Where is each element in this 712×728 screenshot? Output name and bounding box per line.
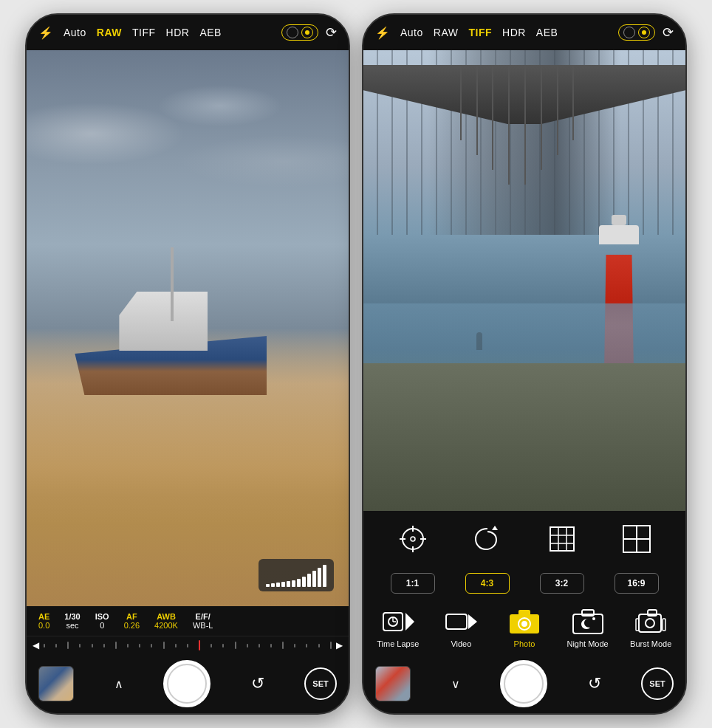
awb-value: 4200K	[154, 621, 178, 630]
right-tiff-btn[interactable]: TIFF	[468, 27, 492, 38]
nightmode-mode-item[interactable]: Night Mode	[558, 607, 617, 648]
tick-18	[247, 644, 248, 648]
af-item[interactable]: AF 0.26	[124, 612, 140, 630]
shutter-inner	[167, 664, 207, 704]
tiff-btn[interactable]: TIFF	[132, 27, 156, 38]
right-hdr-btn[interactable]: HDR	[502, 27, 526, 38]
thumbnail-right[interactable]	[375, 666, 411, 701]
awb-item[interactable]: AWB 4200K	[154, 612, 178, 630]
focus-icon-btn[interactable]	[387, 517, 439, 561]
ship-superstructure	[119, 292, 208, 351]
thumbnail-left[interactable]	[38, 666, 74, 701]
right-lens-toggle[interactable]	[618, 24, 655, 41]
timer-icon[interactable]: ↺	[251, 674, 264, 693]
right-shutter-button[interactable]	[500, 660, 547, 707]
photo-icon	[508, 608, 541, 635]
slider-right-arrow[interactable]: ▶	[336, 640, 343, 650]
aeb-btn[interactable]: AEB	[199, 27, 222, 38]
left-action-row: ∧ ↺ SET	[27, 654, 349, 713]
svg-point-32	[646, 619, 654, 628]
ratio-16-9-label: 16:9	[627, 578, 645, 588]
tick-15	[210, 644, 212, 648]
right-rotate-camera-icon[interactable]: ⟳	[663, 24, 674, 41]
af-value: 0.26	[124, 621, 140, 630]
svg-rect-28	[639, 614, 661, 632]
grid-plus-icon-btn[interactable]	[611, 517, 663, 561]
lens-toggle[interactable]	[281, 24, 318, 41]
cable-1	[508, 66, 510, 185]
ratio-3-2-btn[interactable]: 3:2	[540, 573, 584, 594]
hist-bar-3	[276, 583, 280, 587]
hist-bar-11	[318, 568, 321, 587]
photo-icon-wrap	[506, 607, 543, 636]
ground-element	[363, 363, 685, 511]
thumbnail-image-ship	[39, 667, 73, 701]
rotate-camera-icon[interactable]: ⟳	[326, 24, 337, 41]
photo-mode-item[interactable]: Photo	[495, 607, 554, 648]
svg-point-5	[411, 537, 415, 541]
tick-4	[79, 644, 81, 648]
tick-10	[151, 644, 152, 648]
timelapse-mode-item[interactable]: Time Lapse	[369, 607, 428, 648]
video-icon-wrap	[442, 607, 479, 636]
set-button[interactable]: SET	[304, 667, 337, 700]
lighthouse-light	[612, 215, 626, 225]
lens-dot-2	[301, 27, 313, 38]
tick-22	[294, 644, 295, 648]
chevron-down-btn[interactable]: ∨	[451, 677, 460, 691]
focus-icon	[397, 523, 429, 555]
video-mode-item[interactable]: Video	[431, 607, 490, 648]
timelapse-icon	[382, 609, 414, 634]
tick-5	[92, 644, 93, 648]
spiral-icon-btn[interactable]	[462, 517, 513, 561]
burst-mode-item[interactable]: Burst Mode	[621, 607, 680, 648]
right-camera-view[interactable]	[363, 50, 685, 511]
iso-item[interactable]: ISO 0	[95, 612, 109, 630]
right-flash-auto-label: Auto	[400, 27, 423, 38]
shutter-button[interactable]	[163, 660, 210, 707]
set-label: SET	[312, 679, 328, 688]
left-camera-view[interactable]	[27, 50, 349, 606]
lighthouse-top	[599, 225, 639, 244]
right-aeb-btn[interactable]: AEB	[536, 27, 558, 38]
right-lens-dot-1	[623, 27, 635, 38]
ratio-3-2-label: 3:2	[555, 578, 568, 588]
svg-rect-22	[518, 610, 530, 616]
lens-dot-1	[287, 27, 298, 38]
tick-3	[67, 642, 69, 649]
hist-bar-2	[271, 583, 275, 587]
slider-track[interactable]	[44, 639, 332, 651]
ef-item[interactable]: E/F/ WB-L	[193, 612, 213, 630]
hist-bar-8	[302, 577, 306, 587]
hdr-btn[interactable]: HDR	[166, 27, 190, 38]
slider-left-arrow[interactable]: ◀	[32, 640, 39, 650]
grid3-icon-btn[interactable]	[536, 517, 588, 561]
right-set-button[interactable]: SET	[641, 667, 674, 700]
grid-plus-icon	[620, 523, 653, 555]
hist-bar-5	[287, 581, 290, 587]
ship-scene	[27, 50, 349, 606]
shutter-item[interactable]: 1/30 sec	[64, 612, 80, 630]
right-raw-btn[interactable]: RAW	[434, 27, 459, 38]
ratio-4-3-btn[interactable]: 4:3	[465, 573, 510, 594]
nightmode-icon-wrap	[569, 607, 606, 636]
af-label: AF	[126, 612, 137, 621]
nightmode-label: Night Mode	[566, 639, 608, 648]
svg-rect-19	[446, 614, 467, 629]
ratio-16-9-btn[interactable]: 16:9	[615, 573, 659, 594]
tick-25	[330, 642, 332, 649]
hist-bar-9	[307, 574, 311, 587]
timelapse-icon-wrap	[380, 607, 417, 636]
ae-value: 0.0	[38, 621, 49, 630]
slider-ticks	[44, 640, 332, 650]
right-timer-icon[interactable]: ↺	[588, 674, 601, 693]
right-flash-icon[interactable]: ⚡	[375, 26, 390, 40]
raw-btn[interactable]: RAW	[97, 27, 122, 38]
ae-item[interactable]: AE 0.0	[38, 612, 49, 630]
svg-marker-15	[405, 613, 414, 631]
tick-19	[259, 644, 260, 648]
ratio-1-1-btn[interactable]: 1:1	[391, 573, 435, 594]
chevron-up-btn[interactable]: ∧	[114, 677, 123, 691]
tick-21	[282, 642, 284, 649]
flash-icon[interactable]: ⚡	[38, 26, 53, 40]
